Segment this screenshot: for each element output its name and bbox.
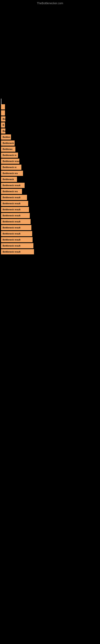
result-bar: Bottleneck result [1,231,32,236]
result-label: Bo [2,130,5,132]
result-bar: Bottleneck resul [1,158,19,164]
results-list: BoBBoBottlenBottleneck rBottlenecBottlen… [0,102,100,257]
result-row: Bottleneck result [1,207,99,212]
result-label: Bottleneck result [2,244,20,247]
result-bar: Bottleneck r [1,140,15,146]
result-row: Bottleneck result [1,231,99,236]
result-row: Bottleneck resul [1,158,99,164]
result-row [1,104,99,110]
result-row: Bottleneck r [1,140,99,146]
result-bar: Bottlen [1,134,11,140]
result-row [1,110,99,116]
result-label: B [2,124,4,126]
result-bar: Bottlenec [1,146,15,152]
result-label: Bottleneck result [2,232,20,235]
result-row: Bottleneck result [1,201,99,206]
result-label: Bottleneck result [2,196,20,199]
result-label: Bottleneck result [2,226,20,229]
result-bar: Bottleneck result [1,237,33,242]
result-label: Bottleneck result [2,250,20,253]
result-bar [1,110,5,116]
result-label: Bottlen [2,136,10,138]
result-row: Bottleneck result [1,225,99,230]
result-row: Bottleneck [1,177,99,182]
result-label: Bottleneck [2,178,14,180]
result-row: Bottleneck res [1,171,99,176]
result-bar: Bottleneck result [1,183,25,188]
result-row: Bottleneck result [1,243,99,248]
result-bar: Bottleneck re [1,164,21,170]
result-row: Bottleneck result [1,213,99,218]
result-label: Bottleneck res [2,172,18,174]
result-bar: B [1,122,5,128]
result-row: Bottleneck result [1,237,99,242]
result-bar: Bottleneck result [1,243,33,248]
result-label: Bottleneck res [2,190,18,192]
result-bar: Bottleneck [1,177,17,182]
result-label: Bottleneck resul [2,160,19,162]
result-label: Bottleneck re [2,166,17,168]
result-bar: Bottleneck res [1,189,22,194]
result-row: Bottleneck result [1,183,99,188]
result-bar: Bottleneck re [1,152,18,158]
result-label: Bottleneck result [2,220,20,223]
result-row: Bo [1,116,99,122]
site-title: TheBottlenecker.com [0,0,100,6]
result-row: Bottleneck re [1,152,99,158]
result-bar: Bottleneck result [1,201,28,206]
result-bar: Bottleneck result [1,195,27,200]
result-label: Bottleneck result [2,238,20,241]
result-row: B [1,122,99,128]
result-bar: Bottleneck result [1,207,29,212]
result-row: Bottlenec [1,146,99,152]
result-bar: Bottleneck result [1,225,31,230]
result-bar: Bo [1,128,5,134]
result-label: Bottleneck result [2,214,20,217]
result-bar: Bottleneck result [1,249,34,254]
result-bar: Bottleneck res [1,171,23,176]
result-row: Bottlen [1,134,99,140]
result-label: Bottleneck result [2,184,20,186]
result-label: Bottleneck result [2,208,20,211]
result-row: Bo [1,128,99,134]
result-label: Bottlenec [2,148,13,150]
result-label: Bottleneck r [2,142,15,144]
result-row: Bottleneck re [1,164,99,170]
result-row: Bottleneck result [1,219,99,224]
chart-area [0,6,100,102]
result-bar: Bottleneck result [1,219,31,224]
result-label: Bottleneck re [2,154,17,156]
result-bar: Bo [1,116,5,122]
result-row: Bottleneck res [1,189,99,194]
result-bar: Bottleneck result [1,213,30,218]
cursor-indicator [1,98,1,105]
result-row: Bottleneck result [1,249,99,254]
result-label: Bo [2,118,5,120]
result-bar [1,104,5,110]
result-row: Bottleneck result [1,195,99,200]
result-label: Bottleneck result [2,202,20,205]
